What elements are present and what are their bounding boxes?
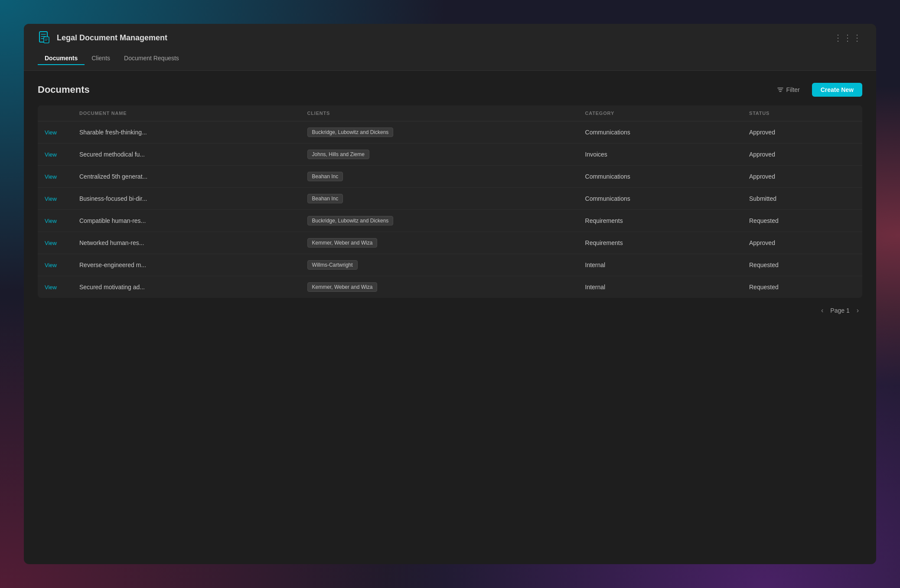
client-badge: Buckridge, Lubowitz and Dickens [307,216,394,225]
page-label: Page 1 [830,307,849,314]
view-cell: View [38,188,72,210]
view-link[interactable]: View [45,151,57,158]
view-link[interactable]: View [45,284,57,291]
document-name-cell: Secured methodical fu... [72,144,300,166]
client-cell: Willms-Cartwright [300,254,578,276]
app-header: Legal Document Management ⋮⋮⋮ Documents … [24,24,876,71]
header-actions: Filter Create New [772,83,862,97]
client-badge: Beahan Inc [307,194,343,203]
col-document-name: DOCUMENT NAME [72,105,300,121]
client-cell: Kemmer, Weber and Wiza [300,232,578,254]
view-link[interactable]: View [45,129,57,136]
pagination-next[interactable]: › [853,305,862,316]
view-link[interactable]: View [45,173,57,180]
document-name-cell: Centralized 5th generat... [72,166,300,188]
view-cell: View [38,276,72,298]
status-cell: Approved [742,232,862,254]
category-cell: Communications [578,166,742,188]
header-top: Legal Document Management ⋮⋮⋮ [38,27,862,45]
client-cell: Beahan Inc [300,166,578,188]
pagination: ‹ Page 1 › [38,305,862,316]
client-cell: Johns, Hills and Zieme [300,144,578,166]
tab-clients[interactable]: Clients [85,52,117,65]
pagination-prev[interactable]: ‹ [818,305,827,316]
client-cell: Buckridge, Lubowitz and Dickens [300,121,578,144]
col-clients: CLIENTS [300,105,578,121]
client-cell: Beahan Inc [300,188,578,210]
table-row: View Compatible human-res... Buckridge, … [38,210,862,232]
status-cell: Requested [742,254,862,276]
table-row: View Business-focused bi-dir... Beahan I… [38,188,862,210]
view-cell: View [38,254,72,276]
client-cell: Buckridge, Lubowitz and Dickens [300,210,578,232]
document-name-cell: Networked human-res... [72,232,300,254]
filter-button[interactable]: Filter [772,84,805,96]
category-cell: Requirements [578,232,742,254]
document-name-cell: Compatible human-res... [72,210,300,232]
svg-rect-1 [44,37,49,43]
table-row: View Networked human-res... Kemmer, Webe… [38,232,862,254]
table-body: View Sharable fresh-thinking... Buckridg… [38,121,862,298]
client-badge: Willms-Cartwright [307,260,358,270]
table-row: View Secured motivating ad... Kemmer, We… [38,276,862,298]
view-cell: View [38,166,72,188]
view-cell: View [38,121,72,144]
grid-dots-icon[interactable]: ⋮⋮⋮ [834,33,862,43]
view-cell: View [38,210,72,232]
category-cell: Invoices [578,144,742,166]
table-row: View Centralized 5th generat... Beahan I… [38,166,862,188]
section-header: Documents Filter Create New [38,83,862,97]
status-cell: Approved [742,144,862,166]
documents-table: DOCUMENT NAME CLIENTS CATEGORY STATUS Vi… [38,105,862,298]
client-badge: Buckridge, Lubowitz and Dickens [307,127,394,137]
table-row: View Reverse-engineered m... Willms-Cart… [38,254,862,276]
category-cell: Communications [578,188,742,210]
table-header: DOCUMENT NAME CLIENTS CATEGORY STATUS [38,105,862,121]
col-category: CATEGORY [578,105,742,121]
category-cell: Communications [578,121,742,144]
client-cell: Kemmer, Weber and Wiza [300,276,578,298]
document-name-cell: Business-focused bi-dir... [72,188,300,210]
category-cell: Internal [578,254,742,276]
section-title: Documents [38,84,90,95]
category-cell: Internal [578,276,742,298]
tab-documents[interactable]: Documents [38,52,85,65]
status-cell: Requested [742,276,862,298]
client-badge: Beahan Inc [307,172,343,181]
view-link[interactable]: View [45,262,57,268]
status-cell: Approved [742,121,862,144]
table-row: View Sharable fresh-thinking... Buckridg… [38,121,862,144]
view-link[interactable]: View [45,218,57,224]
col-status: STATUS [742,105,862,121]
app-title-area: Legal Document Management [38,31,167,45]
main-content: Documents Filter Create New DOCUMENT NAM… [24,71,876,564]
category-cell: Requirements [578,210,742,232]
document-icon [38,31,52,45]
view-cell: View [38,232,72,254]
document-name-cell: Secured motivating ad... [72,276,300,298]
table-row: View Secured methodical fu... Johns, Hil… [38,144,862,166]
client-badge: Kemmer, Weber and Wiza [307,282,378,292]
app-window: Legal Document Management ⋮⋮⋮ Documents … [24,24,876,564]
client-badge: Johns, Hills and Zieme [307,150,369,159]
nav-tabs: Documents Clients Document Requests [38,52,862,67]
document-name-cell: Reverse-engineered m... [72,254,300,276]
view-cell: View [38,144,72,166]
status-cell: Requested [742,210,862,232]
filter-icon [777,86,784,93]
view-link[interactable]: View [45,196,57,202]
tab-document-requests[interactable]: Document Requests [117,52,186,65]
document-name-cell: Sharable fresh-thinking... [72,121,300,144]
app-title: Legal Document Management [57,33,167,42]
view-link[interactable]: View [45,240,57,246]
create-new-button[interactable]: Create New [812,83,862,97]
status-cell: Submitted [742,188,862,210]
col-action [38,105,72,121]
client-badge: Kemmer, Weber and Wiza [307,238,378,248]
status-cell: Approved [742,166,862,188]
